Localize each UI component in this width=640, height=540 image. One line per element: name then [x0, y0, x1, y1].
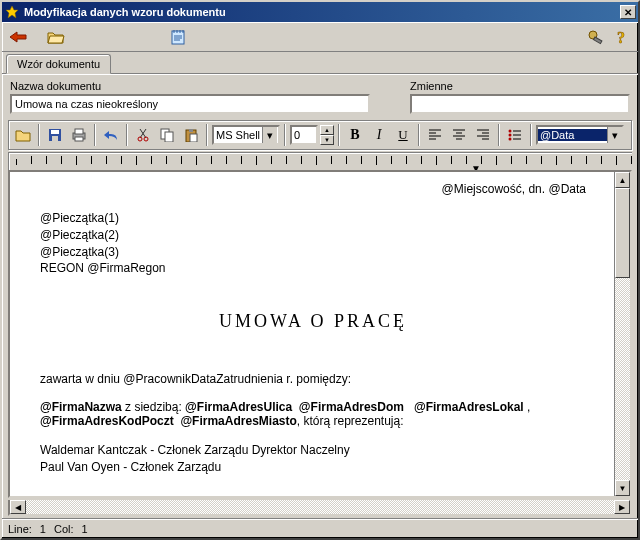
italic-button[interactable]: I [368, 124, 390, 146]
copy-icon[interactable] [156, 124, 178, 146]
save-icon[interactable] [44, 124, 66, 146]
cut-icon[interactable] [132, 124, 154, 146]
close-button[interactable]: ✕ [620, 5, 636, 19]
font-size-value: 0 [292, 129, 316, 141]
paste-icon[interactable] [180, 124, 202, 146]
document-name-input[interactable] [10, 94, 370, 114]
help-button[interactable]: ? [610, 25, 634, 49]
print-icon[interactable] [68, 124, 90, 146]
scroll-track[interactable] [26, 500, 614, 514]
status-line-label: Line: [8, 523, 32, 535]
back-button[interactable] [6, 25, 30, 49]
svg-rect-14 [165, 132, 173, 142]
document-body[interactable]: @Miejscowość, dn. @Data @Pieczątka(1) @P… [10, 172, 614, 496]
svg-rect-6 [51, 130, 59, 134]
align-center-icon[interactable] [448, 124, 470, 146]
editor-toolbar: MS Shell ▾ 0 ▲▼ B I U @Data ▾ [8, 120, 632, 150]
vertical-scrollbar[interactable]: ▲ ▼ [614, 172, 630, 496]
doc-date-line: @Miejscowość, dn. @Data [40, 182, 586, 196]
svg-rect-7 [52, 136, 58, 141]
open-icon[interactable] [12, 124, 34, 146]
font-name-combo[interactable]: MS Shell ▾ [212, 125, 280, 145]
doc-intro: zawarta w dniu @PracownikDataZatrudnieni… [40, 372, 586, 386]
scroll-down-button[interactable]: ▼ [615, 480, 630, 496]
svg-rect-16 [189, 129, 193, 132]
separator [530, 124, 532, 146]
tools-button[interactable] [584, 25, 608, 49]
svg-rect-17 [190, 134, 197, 142]
underline-button[interactable]: U [392, 124, 414, 146]
doc-stamp-2: @Pieczątka(2) [40, 227, 586, 244]
font-name-value: MS Shell [214, 129, 262, 141]
align-right-icon[interactable] [472, 124, 494, 146]
tab-row: Wzór dokumentu [2, 52, 638, 74]
scroll-thumb[interactable] [615, 188, 630, 278]
form-row: Nazwa dokumentu Zmienne [10, 80, 630, 114]
svg-point-20 [509, 138, 512, 141]
status-col-label: Col: [54, 523, 74, 535]
separator [94, 124, 96, 146]
scroll-track[interactable] [615, 188, 630, 480]
bold-button[interactable]: B [344, 124, 366, 146]
scroll-up-button[interactable]: ▲ [615, 172, 630, 188]
doc-signatory-2: Paul Van Oyen - Członek Zarządu [40, 459, 586, 476]
scroll-right-button[interactable]: ▶ [614, 500, 630, 514]
doc-regon: REGON @FirmaRegon [40, 260, 586, 277]
open-folder-button[interactable] [44, 25, 68, 49]
notes-button[interactable] [166, 25, 190, 49]
doc-signatory-1: Waldemar Kantczak - Członek Zarządu Dyre… [40, 442, 586, 459]
title-bar: Modyfikacja danych wzoru dokumentu ✕ [2, 2, 638, 22]
status-col-value: 1 [82, 523, 88, 535]
document-name-label: Nazwa dokumentu [10, 80, 370, 92]
svg-point-18 [509, 130, 512, 133]
status-bar: Line: 1 Col: 1 [2, 518, 638, 538]
svg-rect-10 [75, 137, 83, 141]
variables-input[interactable] [410, 94, 630, 114]
svg-rect-9 [75, 129, 83, 134]
window: Modyfikacja danych wzoru dokumentu ✕ ? W… [0, 0, 640, 540]
svg-rect-3 [594, 37, 602, 44]
chevron-down-icon[interactable]: ▾ [607, 127, 622, 143]
doc-company-name: @FirmaNazwa [40, 400, 122, 414]
align-left-icon[interactable] [424, 124, 446, 146]
chevron-down-icon[interactable]: ▾ [262, 127, 277, 143]
svg-point-19 [509, 134, 512, 137]
main-toolbar: ? [2, 22, 638, 52]
variable-insert-value: @Data [538, 129, 607, 141]
separator [284, 124, 286, 146]
font-size-input[interactable]: 0 [290, 125, 318, 145]
doc-title: UMOWA O PRACĘ [40, 311, 586, 332]
window-title: Modyfikacja danych wzoru dokumentu [24, 6, 620, 18]
svg-marker-0 [6, 6, 18, 18]
separator [418, 124, 420, 146]
variable-insert-combo[interactable]: @Data ▾ [536, 125, 624, 145]
doc-stamp-3: @Pieczątka(3) [40, 244, 586, 261]
document-area: @Miejscowość, dn. @Data @Pieczątka(1) @P… [8, 170, 632, 498]
svg-text:?: ? [617, 29, 625, 45]
doc-stamp-1: @Pieczątka(1) [40, 210, 586, 227]
separator [206, 124, 208, 146]
bullet-list-icon[interactable] [504, 124, 526, 146]
ruler[interactable]: ▼ [8, 152, 632, 170]
scroll-left-button[interactable]: ◀ [10, 500, 26, 514]
tab-document-template[interactable]: Wzór dokumentu [6, 54, 111, 74]
doc-company-block: @FirmaNazwa z siedzibą: @FirmaAdresUlica… [40, 400, 586, 428]
font-size-spinner[interactable]: ▲▼ [320, 125, 334, 145]
horizontal-scrollbar[interactable]: ◀ ▶ [8, 500, 632, 516]
app-icon [4, 4, 20, 20]
variables-label: Zmienne [410, 80, 630, 92]
status-line-value: 1 [40, 523, 46, 535]
separator [126, 124, 128, 146]
separator [338, 124, 340, 146]
separator [38, 124, 40, 146]
undo-icon[interactable] [100, 124, 122, 146]
separator [498, 124, 500, 146]
